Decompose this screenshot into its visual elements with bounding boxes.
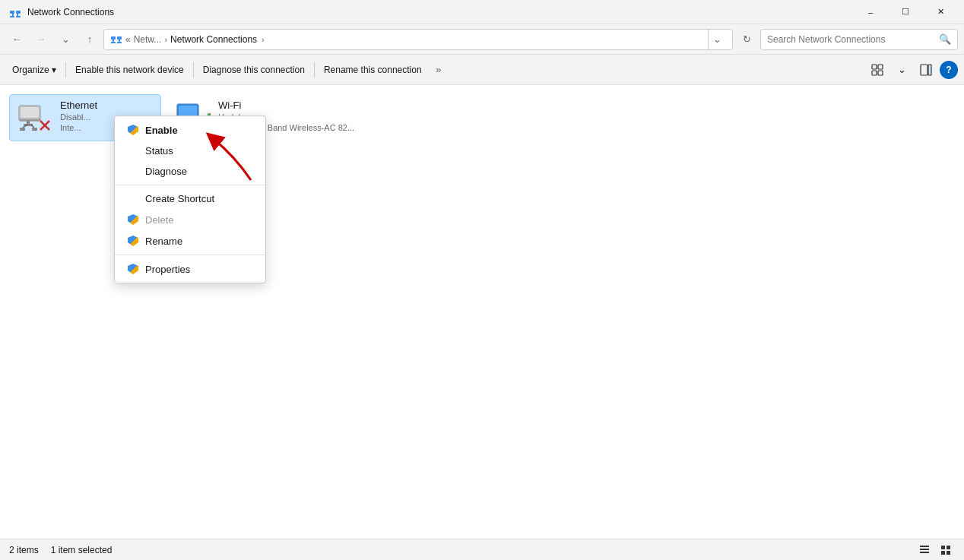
svg-rect-10: [111, 42, 116, 43]
path-separator: ›: [164, 35, 167, 44]
app-icon: [9, 6, 21, 18]
context-menu-diagnose[interactable]: Diagnose: [115, 161, 265, 182]
path-short: Netw...: [134, 34, 162, 45]
context-menu-delete[interactable]: Delete: [115, 209, 265, 230]
search-box: 🔍: [760, 29, 958, 50]
pane-icon: [920, 64, 932, 76]
status-grid-view-button[interactable]: [937, 541, 955, 559]
ethernet-info: Ethernet Disabl... Inte...: [60, 100, 97, 132]
svg-marker-43: [128, 264, 138, 274]
create-shortcut-label: Create Shortcut: [145, 193, 214, 204]
toolbar-separator-1: [65, 62, 66, 78]
status-view-controls: [915, 541, 955, 559]
path-end-chevron: ›: [262, 35, 265, 44]
ethernet-name: Ethernet: [60, 100, 97, 111]
help-button[interactable]: ?: [940, 61, 958, 79]
svg-rect-9: [119, 40, 120, 42]
title-bar-left: Network Connections: [9, 6, 114, 18]
rename-shield-icon: [127, 235, 139, 247]
toolbar-separator-3: [314, 62, 315, 78]
title-bar: Network Connections – ☐ ✕: [0, 0, 964, 24]
context-menu-rename[interactable]: Rename: [115, 230, 265, 252]
forward-button[interactable]: →: [30, 29, 52, 50]
minimize-button[interactable]: –: [853, 0, 888, 24]
enable-shield-icon: [127, 124, 139, 136]
svg-rect-20: [21, 107, 39, 118]
svg-rect-25: [20, 128, 25, 131]
window-controls: – ☐ ✕: [853, 0, 958, 24]
main-content: Ethernet Disabl... Inte...: [0, 85, 964, 539]
svg-rect-7: [117, 36, 122, 40]
svg-rect-46: [920, 549, 929, 550]
maximize-button[interactable]: ☐: [888, 0, 923, 24]
organize-button[interactable]: Organize ▾: [6, 59, 62, 81]
svg-rect-4: [10, 16, 14, 17]
view-options-button[interactable]: [867, 59, 888, 81]
rename-connection-button[interactable]: Rename this connection: [318, 59, 428, 81]
ethernet-adapter: Inte...: [60, 123, 97, 132]
window-title: Network Connections: [27, 7, 114, 17]
back-button[interactable]: ←: [6, 29, 27, 50]
svg-rect-26: [32, 128, 37, 131]
svg-rect-2: [12, 14, 14, 16]
expand-button[interactable]: ⌄: [55, 29, 76, 50]
svg-rect-13: [878, 65, 883, 69]
status-list-view-button[interactable]: [915, 541, 934, 559]
menu-separator-2: [115, 255, 265, 255]
address-path[interactable]: « Netw... › Network Connections › ⌄: [103, 29, 733, 50]
refresh-button[interactable]: ↻: [736, 29, 757, 50]
view-dropdown-button[interactable]: ⌄: [891, 59, 912, 81]
status-label: Status: [145, 145, 173, 157]
context-menu-enable[interactable]: Enable: [115, 119, 265, 141]
context-menu-create-shortcut[interactable]: Create Shortcut: [115, 188, 265, 209]
svg-rect-14: [872, 71, 877, 75]
delete-label: Delete: [145, 214, 174, 226]
close-button[interactable]: ✕: [923, 0, 958, 24]
address-bar: ← → ⌄ ↑ « Netw... › Network Connections …: [0, 24, 964, 55]
selected-count: 1 item selected: [51, 545, 113, 555]
path-icon: [110, 33, 122, 46]
status-info: 2 items 1 item selected: [9, 545, 112, 555]
svg-rect-45: [920, 546, 929, 547]
svg-rect-21: [27, 121, 30, 124]
properties-label: Properties: [145, 264, 190, 275]
status-bar: 2 items 1 item selected: [0, 539, 964, 560]
rename-label: Rename: [145, 236, 182, 247]
enable-network-device-button[interactable]: Enable this network device: [69, 59, 190, 81]
svg-rect-15: [878, 71, 883, 75]
diagnose-label: Diagnose: [145, 166, 187, 177]
svg-marker-40: [128, 125, 138, 135]
item-count: 2 items: [9, 545, 39, 555]
svg-rect-12: [872, 65, 877, 69]
grid-view-icon: [940, 545, 951, 555]
svg-rect-6: [111, 36, 116, 40]
list-view-icon: [919, 545, 930, 555]
diagnose-connection-button[interactable]: Diagnose this connection: [197, 59, 311, 81]
svg-rect-50: [941, 551, 945, 555]
path-prefix: «: [125, 34, 131, 45]
svg-rect-48: [941, 546, 945, 549]
search-input[interactable]: [767, 34, 934, 45]
toolbar: Organize ▾ Enable this network device Di…: [0, 55, 964, 85]
ethernet-status: Disabl...: [60, 112, 97, 122]
svg-rect-17: [928, 65, 931, 75]
wifi-name: Wi-Fi: [218, 100, 354, 111]
svg-marker-42: [128, 236, 138, 246]
details-pane-button[interactable]: [915, 59, 937, 81]
address-dropdown-button[interactable]: ⌄: [708, 29, 726, 50]
toolbar-separator-2: [193, 62, 194, 78]
svg-rect-0: [10, 11, 14, 14]
menu-separator-1: [115, 185, 265, 185]
properties-shield-icon: [127, 263, 139, 275]
context-menu-status[interactable]: Status: [115, 141, 265, 161]
svg-rect-5: [16, 16, 21, 17]
context-menu: Enable Status Diagnose Create Shortcut: [114, 115, 266, 283]
enable-label: Enable: [145, 125, 178, 136]
svg-rect-8: [113, 40, 114, 42]
up-button[interactable]: ↑: [79, 29, 100, 50]
svg-rect-11: [117, 42, 122, 43]
svg-marker-41: [128, 214, 138, 225]
more-options-button[interactable]: »: [430, 59, 448, 81]
context-menu-properties[interactable]: Properties: [115, 258, 265, 280]
svg-rect-1: [16, 11, 21, 14]
